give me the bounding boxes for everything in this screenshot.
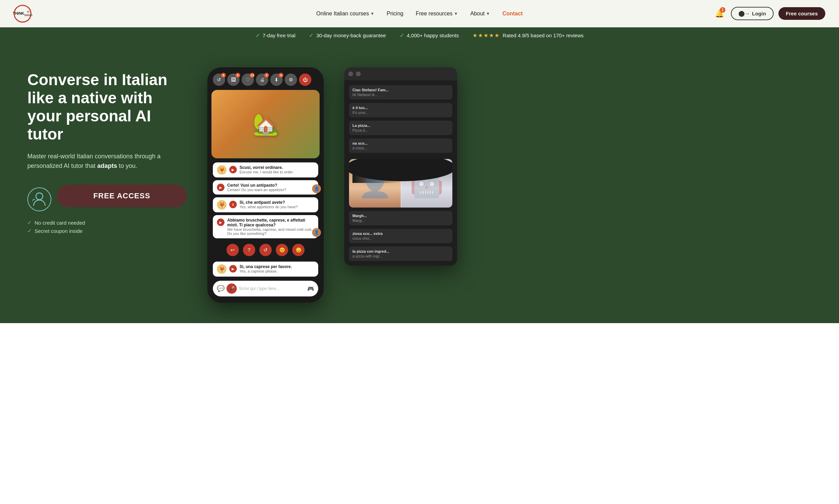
chat-input-row: 💬 🎤 Scrivi qui / type here... 🎮: [213, 281, 318, 296]
bullet-no-credit: ✓ No credit card needed: [27, 220, 187, 226]
phone-toolbar: ↺ 8 🖼 5 ♡ 13 🖨 3 ⬇ 4: [211, 74, 320, 86]
check-icon: ✓: [309, 32, 313, 39]
star-icons: ★★★★★: [473, 32, 500, 39]
ai-chat-row: La pizza... Pizza d...: [349, 121, 452, 135]
check-icon: ✓: [27, 228, 32, 234]
check-icon: ✓: [400, 32, 404, 39]
nav-courses[interactable]: Online Italian courses ▼: [311, 8, 379, 19]
trust-item-money-back: ✓ 30-day money-back guarantee: [309, 32, 386, 39]
trust-item-trial: ✓ 7-day free trial: [256, 32, 296, 39]
trust-item-rating: ★★★★★ Rated 4.9/5 based on 170+ reviews: [473, 32, 583, 39]
play-button[interactable]: ▶: [217, 184, 224, 191]
bubble-text: Scusi, vorrei ordinare. Excuse me, I wou…: [240, 165, 314, 174]
print-icon: 🖨: [260, 77, 264, 82]
toolbar-refresh-btn[interactable]: ↺ 8: [213, 74, 225, 86]
chat-avatar-right: 👤: [312, 184, 321, 193]
free-access-button[interactable]: FREE ACCESS: [57, 185, 187, 207]
nav-about[interactable]: About ▼: [465, 8, 495, 19]
bullet-coupon: ✓ Secret coupon inside: [27, 228, 187, 234]
notification-button[interactable]: 🔔 1: [713, 7, 726, 20]
nav-center: Online Italian courses ▼ Pricing Free re…: [311, 8, 527, 19]
toolbar-pulse-btn[interactable]: ♡ 13: [242, 74, 254, 86]
chevron-down-icon: ▼: [370, 11, 374, 16]
chat-message-5: 🦊 ▶ Sì, una caprese per favore. Yes, a c…: [213, 262, 318, 277]
check-icon: ✓: [27, 220, 32, 226]
logo-icon: THINK in Italian: [14, 5, 31, 23]
window-dot: [356, 71, 361, 76]
chat-avatar: 🦊: [217, 165, 227, 175]
bubble-text: Sì, che antipasti avete? Yes, what appet…: [240, 200, 314, 209]
ai-chat-row: Ciao Stefano! Fam... Hi Stefano! A...: [349, 85, 452, 100]
ai-chat-content: Ciao Stefano! Fam... Hi Stefano! A... è …: [344, 80, 457, 266]
chat-message-3: 🦊 ⏸ Sì, che antipasti avete? Yes, what a…: [213, 197, 318, 212]
ai-person-visual: 👤 🤖: [349, 159, 452, 208]
settings-icon: ⚙: [289, 77, 293, 82]
download-icon: ⬇: [274, 77, 279, 82]
nav-resources[interactable]: Free resources ▼: [411, 8, 463, 19]
action-retry-btn[interactable]: ↺: [259, 244, 272, 256]
action-buttons-row: ↩ ? ↺ 😊 😞: [213, 241, 318, 259]
emoji-icon: 🎮: [307, 286, 314, 292]
logo[interactable]: THINK in Italian: [14, 5, 31, 23]
nav-right-actions: 🔔 1 ⬤→ Login Free courses: [713, 7, 825, 20]
check-icon: ✓: [256, 32, 260, 39]
chat-avatar: 🦊: [217, 264, 227, 274]
chat-area: 🦊 ▶ Scusi, vorrei ordinare. Excuse me, I…: [211, 162, 320, 296]
chat-message-2: ▶ Certo! Vuoi un antipasto? Certain! Do …: [213, 180, 318, 195]
bubble-text: Abbiamo bruschette, caprese, e affettati…: [227, 218, 314, 236]
phone-bg-scene: 🏡: [211, 90, 320, 158]
ai-panel: Ciao Stefano! Fam... Hi Stefano! A... è …: [344, 64, 461, 266]
bubble-text: Certo! Vuoi un antipasto? Certain! Do yo…: [227, 183, 314, 192]
ai-top-bar: [344, 67, 457, 80]
login-button[interactable]: ⬤→ Login: [731, 7, 774, 20]
avatar-cta-row: FREE ACCESS: [27, 185, 187, 214]
hero-title: Converse in Italian like a native with y…: [27, 71, 187, 143]
image-icon: 🖼: [231, 77, 236, 82]
login-icon: ⬤→: [738, 10, 750, 17]
trust-bar: ✓ 7-day free trial ✓ 30-day money-back g…: [0, 27, 839, 43]
pulse-icon: ♡: [246, 77, 250, 82]
free-courses-button[interactable]: Free courses: [778, 7, 825, 20]
hero-bullets: ✓ No credit card needed ✓ Secret coupon …: [27, 220, 187, 234]
nav-contact[interactable]: Contact: [498, 8, 528, 19]
window-dot: [348, 71, 353, 76]
ai-frame-inner: Ciao Stefano! Fam... Hi Stefano! A... è …: [344, 67, 457, 266]
ai-chat-row: la pizza con ingred... a pizza with ingr…: [349, 247, 452, 261]
action-hint-btn[interactable]: ?: [243, 244, 255, 256]
microphone-button[interactable]: 🎤: [227, 283, 237, 294]
hero-subtitle: Master real-world Italian conversations …: [27, 151, 187, 171]
chevron-down-icon: ▼: [486, 11, 490, 16]
chat-message-1: 🦊 ▶ Scusi, vorrei ordinare. Excuse me, I…: [213, 162, 318, 177]
nav-pricing[interactable]: Pricing: [382, 8, 408, 19]
ai-chat-row: ziosa sco... extra cious choi...: [349, 229, 452, 243]
logo-area: THINK in Italian: [14, 5, 31, 23]
power-icon: ⏻: [303, 77, 308, 82]
chevron-down-icon: ▼: [454, 11, 458, 16]
phone-frame: ↺ 8 🖼 5 ♡ 13 🖨 3 ⬇ 4: [207, 67, 324, 303]
pause-button[interactable]: ⏸: [229, 201, 237, 208]
toolbar-power-btn[interactable]: ⏻: [299, 74, 311, 86]
trust-item-students: ✓ 4,000+ happy students: [400, 32, 459, 39]
ai-chat-row: Margh... Margi...: [349, 211, 452, 225]
action-undo-btn[interactable]: ↩: [227, 244, 239, 256]
chat-avatar-right: 👤: [312, 228, 321, 237]
chat-message-4: ▶ Abbiamo bruschette, caprese, e affetta…: [213, 215, 318, 238]
action-happy-btn[interactable]: 😊: [276, 244, 288, 256]
chat-input[interactable]: Scrivi qui / type here...: [239, 286, 305, 291]
ai-chat-row: na sco... d choic...: [349, 138, 452, 153]
toolbar-download-btn[interactable]: ⬇ 4: [270, 74, 283, 86]
avatar-icon: [27, 187, 51, 211]
scene-image: 🏡: [253, 112, 279, 136]
action-sad-btn[interactable]: 😞: [292, 244, 305, 256]
navbar: THINK in Italian Online Italian courses …: [0, 0, 839, 27]
play-button[interactable]: ▶: [229, 265, 237, 273]
play-button[interactable]: ▶: [229, 166, 237, 173]
chat-bubble-icon: 💬: [217, 285, 224, 292]
ai-frame: Ciao Stefano! Fam... Hi Stefano! A... è …: [344, 67, 457, 266]
toolbar-settings-btn[interactable]: ⚙: [285, 74, 297, 86]
hero-section: Converse in Italian like a native with y…: [0, 43, 839, 323]
toolbar-print-btn[interactable]: 🖨 3: [256, 74, 268, 86]
phone-mockup: ↺ 8 🖼 5 ♡ 13 🖨 3 ⬇ 4: [201, 64, 331, 303]
toolbar-image-btn[interactable]: 🖼 5: [227, 74, 240, 86]
play-button[interactable]: ▶: [217, 218, 224, 226]
